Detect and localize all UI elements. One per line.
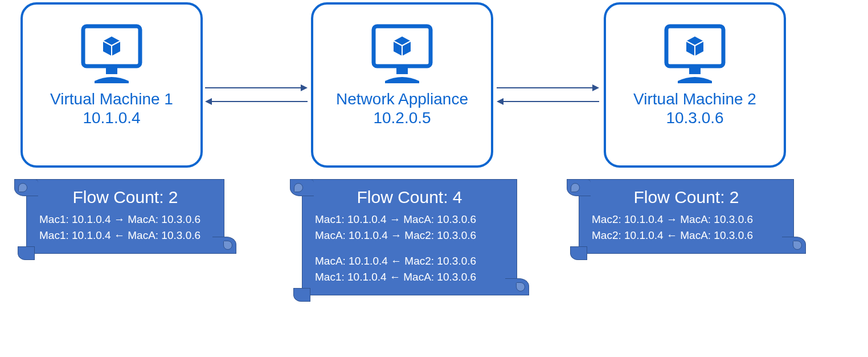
node-vm2: Virtual Machine 2 10.3.0.6 [604, 2, 786, 168]
arrow-left-icon [497, 98, 600, 106]
flow-line: Mac1: 10.1.0.4 → MacA: 10.3.0.6 [39, 212, 211, 228]
arrow-pair-appliance-vm2 [497, 84, 600, 106]
flow-scroll-vm2: Flow Count: 2 Mac2: 10.1.0.4 → MacA: 10.… [579, 179, 794, 254]
node-vm1-ip: 10.1.0.4 [83, 109, 140, 127]
flow-scroll-vm1: Flow Count: 2 Mac1: 10.1.0.4 → MacA: 10.… [26, 179, 224, 254]
arrow-left-icon [205, 98, 309, 106]
node-vm1-title: Virtual Machine 1 [50, 89, 173, 109]
flow-count-vm1: Flow Count: 2 [39, 188, 211, 207]
flow-count-vm2: Flow Count: 2 [592, 188, 781, 207]
flow-line: Mac2: 10.1.0.4 → MacA: 10.3.0.6 [592, 212, 781, 228]
node-appliance: Network Appliance 10.2.0.5 [311, 2, 493, 168]
arrow-pair-vm1-appliance [205, 84, 309, 106]
flow-scroll-appliance: Flow Count: 4 Mac1: 10.1.0.4 → MacA: 10.… [302, 179, 517, 295]
flow-line: Mac2: 10.1.0.4 ← MacA: 10.3.0.6 [592, 228, 781, 244]
vm-icon [368, 22, 436, 84]
vm-icon [661, 22, 729, 84]
flow-line: Mac1: 10.1.0.4 ← MacA: 10.3.0.6 [39, 228, 211, 244]
arrow-right-icon [497, 84, 600, 92]
vm-icon [77, 22, 146, 84]
flow-count-appliance: Flow Count: 4 [315, 188, 504, 207]
node-appliance-title: Network Appliance [336, 89, 468, 109]
flow-line: Mac1: 10.1.0.4 → MacA: 10.3.0.6 [315, 212, 504, 228]
node-appliance-ip: 10.2.0.5 [373, 109, 431, 127]
node-vm2-ip: 10.3.0.6 [666, 109, 723, 127]
node-vm1: Virtual Machine 1 10.1.0.4 [21, 2, 203, 168]
flow-line: MacA: 10.1.0.4 → Mac2: 10.3.0.6 [315, 228, 504, 244]
arrow-right-icon [205, 84, 309, 92]
flow-line: MacA: 10.1.0.4 ← Mac2: 10.3.0.6 [315, 253, 504, 269]
node-vm2-title: Virtual Machine 2 [633, 89, 756, 109]
flow-line: Mac1: 10.1.0.4 ← MacA: 10.3.0.6 [315, 269, 504, 285]
